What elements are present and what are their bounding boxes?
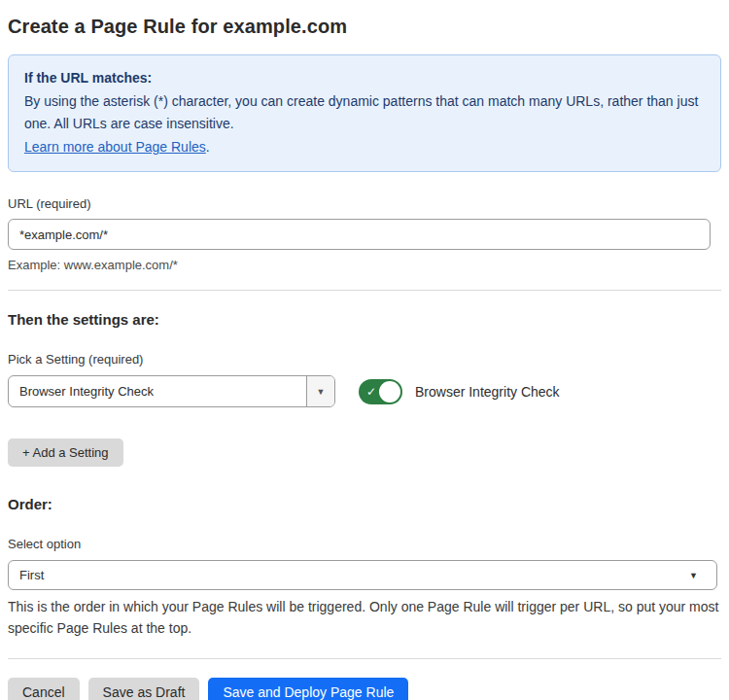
info-link-line: Learn more about Page Rules. bbox=[24, 136, 705, 158]
chevron-down-icon: ▼ bbox=[317, 387, 326, 397]
dropdown-arrow-button[interactable]: ▼ bbox=[306, 376, 334, 406]
order-help-text: This is the order in which your Page Rul… bbox=[8, 596, 721, 639]
order-section-heading: Order: bbox=[8, 496, 721, 512]
order-select-value: First bbox=[19, 568, 44, 582]
learn-more-link[interactable]: Learn more about Page Rules bbox=[24, 139, 206, 155]
page-title: Create a Page Rule for example.com bbox=[8, 16, 721, 38]
add-setting-button[interactable]: + Add a Setting bbox=[8, 438, 123, 467]
cancel-button[interactable]: Cancel bbox=[8, 678, 80, 700]
setting-picker-label: Pick a Setting (required) bbox=[8, 352, 721, 367]
info-box-body: By using the asterisk (*) character, you… bbox=[24, 90, 705, 135]
url-match-info-box: If the URL matches: By using the asteris… bbox=[8, 54, 721, 172]
order-select[interactable]: First ▼ bbox=[8, 560, 717, 590]
setting-dropdown-value: Browser Integrity Check bbox=[9, 376, 306, 406]
save-as-draft-button[interactable]: Save as Draft bbox=[88, 678, 200, 700]
checkmark-icon: ✓ bbox=[366, 386, 376, 398]
save-and-deploy-button[interactable]: Save and Deploy Page Rule bbox=[208, 678, 408, 700]
toggle-knob bbox=[379, 381, 400, 402]
browser-integrity-toggle[interactable]: ✓ bbox=[359, 379, 402, 404]
settings-section-heading: Then the settings are: bbox=[8, 311, 721, 328]
url-input[interactable] bbox=[8, 219, 711, 250]
url-example-helper: Example: www.example.com/* bbox=[8, 258, 721, 272]
section-divider bbox=[8, 290, 721, 291]
chevron-down-icon: ▼ bbox=[689, 571, 706, 580]
footer-divider bbox=[8, 658, 721, 659]
setting-dropdown[interactable]: Browser Integrity Check ▼ bbox=[8, 375, 335, 407]
setting-row: Browser Integrity Check ▼ ✓ Browser Inte… bbox=[8, 375, 721, 407]
footer-actions: Cancel Save as Draft Save and Deploy Pag… bbox=[8, 678, 721, 700]
create-page-rule-form: Create a Page Rule for example.com If th… bbox=[0, 0, 729, 700]
info-box-heading: If the URL matches: bbox=[24, 67, 705, 89]
link-suffix: . bbox=[206, 139, 210, 155]
url-field-label: URL (required) bbox=[8, 196, 721, 211]
toggle-label: Browser Integrity Check bbox=[415, 384, 560, 400]
order-select-label: Select option bbox=[8, 537, 721, 551]
